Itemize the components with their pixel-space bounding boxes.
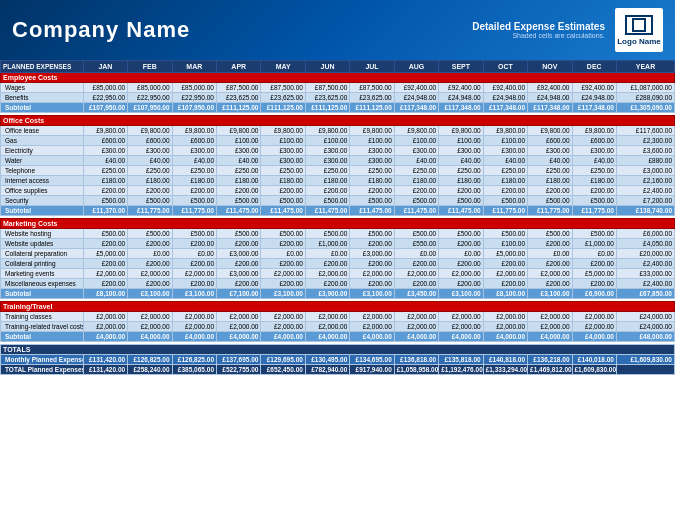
cell-2-5-4: £200.00 xyxy=(261,279,305,289)
totals-data-row-0: Monthly Planned Expenses£131,420.00£126,… xyxy=(1,355,675,365)
cell-2-3-6: £200.00 xyxy=(350,259,394,269)
cell-2-0-11: £500.00 xyxy=(572,229,616,239)
row-label: Electricity xyxy=(1,146,84,156)
totals-cell-0-11: £140,018.00 xyxy=(572,355,616,365)
row-label: Benefits xyxy=(1,93,84,103)
cell-2-6-2: £3,100.00 xyxy=(172,289,216,299)
cell-3-0-3: £2,000.00 xyxy=(217,312,261,322)
cell-0-0-11: £92,400.00 xyxy=(572,83,616,93)
logo-label: Logo Name xyxy=(617,37,661,46)
cell-0-2-6: £111,125.00 xyxy=(350,103,394,113)
cell-2-6-11: £6,900.00 xyxy=(572,289,616,299)
cell-3-1-6: £2,000.00 xyxy=(350,322,394,332)
cell-1-5-11: £180.00 xyxy=(572,176,616,186)
totals-cell-1-3: £522,755.00 xyxy=(217,365,261,375)
cell-2-5-5: £200.00 xyxy=(305,279,349,289)
cell-0-1-9: £24,948.00 xyxy=(483,93,527,103)
cell-2-4-8: £2,000.00 xyxy=(439,269,483,279)
cell-3-0-2: £2,000.00 xyxy=(172,312,216,322)
row-label: Training-related travel costs xyxy=(1,322,84,332)
totals-cell-1-4: £652,450.00 xyxy=(261,365,305,375)
cell-3-0-10: £2,000.00 xyxy=(528,312,572,322)
row-label: Subtotal xyxy=(1,332,84,342)
cell-2-3-0: £200.00 xyxy=(83,259,127,269)
cell-2-0-0: £500.00 xyxy=(83,229,127,239)
totals-cell-1-12 xyxy=(616,365,674,375)
totals-cell-0-5: £130,495.00 xyxy=(305,355,349,365)
cell-1-3-0: £40.00 xyxy=(83,156,127,166)
cell-1-2-12: £3,600.00 xyxy=(616,146,674,156)
cell-2-3-11: £200.00 xyxy=(572,259,616,269)
cell-1-0-2: £9,800.00 xyxy=(172,126,216,136)
cell-1-3-4: £300.00 xyxy=(261,156,305,166)
totals-cell-1-5: £782,940.00 xyxy=(305,365,349,375)
cell-3-2-5: £4,000.00 xyxy=(305,332,349,342)
cell-0-1-0: £22,950.00 xyxy=(83,93,127,103)
cell-2-5-7: £200.00 xyxy=(394,279,438,289)
expense-table-container: PLANNED EXPENSES JAN FEB MAR APR MAY JUN… xyxy=(0,60,675,520)
cell-1-4-2: £250.00 xyxy=(172,166,216,176)
col-header-feb: FEB xyxy=(128,61,172,73)
cell-2-6-3: £7,100.00 xyxy=(217,289,261,299)
cell-1-4-0: £250.00 xyxy=(83,166,127,176)
totals-cell-1-10: £1,469,812.00 xyxy=(528,365,572,375)
cell-1-2-8: £300.00 xyxy=(439,146,483,156)
cell-1-8-4: £11,475.00 xyxy=(261,206,305,216)
cell-1-8-12: £138,740.00 xyxy=(616,206,674,216)
data-row-2-2: Collateral preparation£5,000.00£0.00£0.0… xyxy=(1,249,675,259)
cell-1-3-10: £40.00 xyxy=(528,156,572,166)
data-row-3-1: Training-related travel costs£2,000.00£2… xyxy=(1,322,675,332)
cell-1-3-12: £880.00 xyxy=(616,156,674,166)
totals-cell-0-1: £126,825.00 xyxy=(128,355,172,365)
expense-table: PLANNED EXPENSES JAN FEB MAR APR MAY JUN… xyxy=(0,60,675,375)
cell-2-2-5: £0.00 xyxy=(305,249,349,259)
cell-2-2-10: £0.00 xyxy=(528,249,572,259)
cell-2-2-6: £3,000.00 xyxy=(350,249,394,259)
cell-1-1-12: £2,300.00 xyxy=(616,136,674,146)
cell-0-0-12: £1,087,000.00 xyxy=(616,83,674,93)
cell-1-4-11: £250.00 xyxy=(572,166,616,176)
cell-2-5-6: £200.00 xyxy=(350,279,394,289)
cell-1-5-10: £180.00 xyxy=(528,176,572,186)
data-row-1-7: Security£500.00£500.00£500.00£500.00£500… xyxy=(1,196,675,206)
data-row-1-2: Electricity£300.00£300.00£300.00£300.00£… xyxy=(1,146,675,156)
cell-2-3-4: £200.00 xyxy=(261,259,305,269)
header-right: Detailed Expense Estimates Shaded cells … xyxy=(472,8,663,52)
cell-0-0-6: £87,500.00 xyxy=(350,83,394,93)
cell-2-1-0: £200.00 xyxy=(83,239,127,249)
cell-1-2-11: £300.00 xyxy=(572,146,616,156)
cell-2-1-5: £1,000.00 xyxy=(305,239,349,249)
cell-2-4-9: £2,000.00 xyxy=(483,269,527,279)
cell-2-2-1: £0.00 xyxy=(128,249,172,259)
cell-1-1-6: £100.00 xyxy=(350,136,394,146)
totals-data-row-1: TOTAL Planned Expenses£131,420.00£258,24… xyxy=(1,365,675,375)
cell-2-3-8: £200.00 xyxy=(439,259,483,269)
row-label: Training classes xyxy=(1,312,84,322)
cell-1-6-10: £200.00 xyxy=(528,186,572,196)
cell-0-2-2: £107,950.00 xyxy=(172,103,216,113)
cell-2-4-4: £2,000.00 xyxy=(261,269,305,279)
cell-1-2-5: £300.00 xyxy=(305,146,349,156)
cell-3-1-9: £2,000.00 xyxy=(483,322,527,332)
cell-2-6-0: £8,100.00 xyxy=(83,289,127,299)
totals-cell-0-9: £140,818.00 xyxy=(483,355,527,365)
cell-1-4-6: £250.00 xyxy=(350,166,394,176)
cell-2-3-10: £200.00 xyxy=(528,259,572,269)
cell-0-0-4: £87,500.00 xyxy=(261,83,305,93)
cell-3-1-3: £2,000.00 xyxy=(217,322,261,332)
cell-1-7-7: £500.00 xyxy=(394,196,438,206)
cell-1-8-3: £11,475.00 xyxy=(217,206,261,216)
row-label: Subtotal xyxy=(1,289,84,299)
cell-0-1-11: £24,948.00 xyxy=(572,93,616,103)
cell-1-1-11: £600.00 xyxy=(572,136,616,146)
cell-1-0-7: £9,800.00 xyxy=(394,126,438,136)
cell-1-3-1: £40.00 xyxy=(128,156,172,166)
cell-2-4-7: £2,000.00 xyxy=(394,269,438,279)
cell-2-5-3: £200.00 xyxy=(217,279,261,289)
totals-cell-1-11: £1,609,830.00 xyxy=(572,365,616,375)
data-row-2-4: Marketing events£2,000.00£2,000.00£2,000… xyxy=(1,269,675,279)
cell-1-3-6: £300.00 xyxy=(350,156,394,166)
cell-1-3-3: £40.00 xyxy=(217,156,261,166)
cell-0-1-2: £22,950.00 xyxy=(172,93,216,103)
section-header-3: Training/Travel xyxy=(1,302,675,312)
